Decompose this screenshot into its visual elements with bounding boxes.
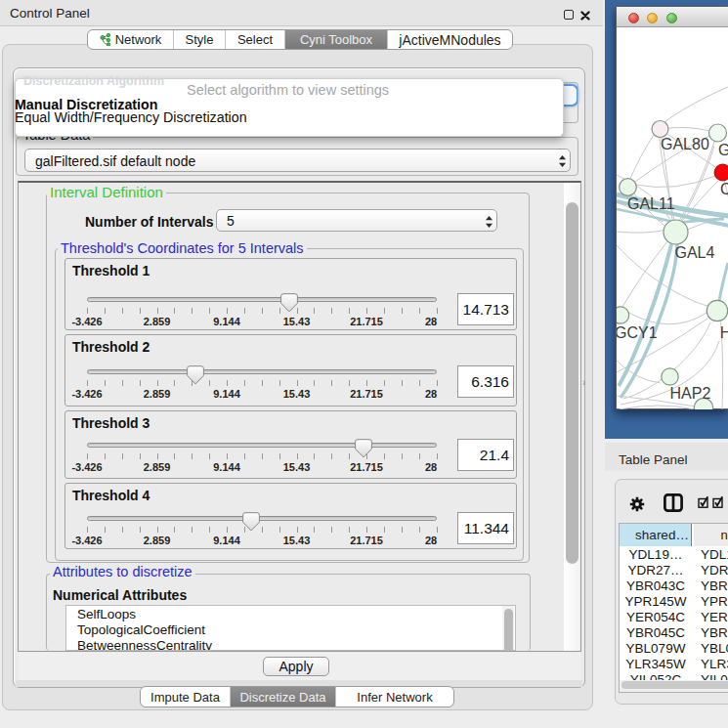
svg-text:C: C: [720, 181, 728, 197]
svg-text:GAL80: GAL80: [661, 136, 709, 152]
svg-text:GAL4: GAL4: [675, 244, 715, 261]
svg-text:H: H: [720, 324, 728, 341]
svg-text:HAP2: HAP2: [670, 385, 711, 402]
svg-text:GAL11: GAL11: [627, 195, 675, 212]
svg-text:GA.: GA.: [718, 142, 728, 158]
svg-text:GCY1: GCY1: [617, 324, 658, 341]
